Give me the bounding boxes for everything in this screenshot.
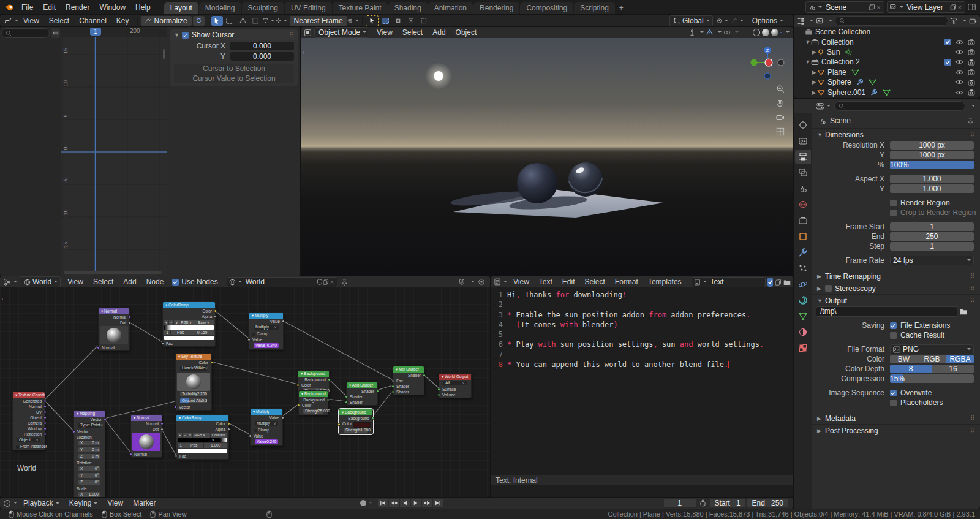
tab-modeling[interactable]: Modeling <box>199 2 241 14</box>
value-slider[interactable]: Value0.240 <box>254 343 279 348</box>
checkbox-file-extensions[interactable] <box>890 322 897 329</box>
checkbox-render-region[interactable] <box>890 200 897 206</box>
navigation-gizmo[interactable]: Z <box>750 47 785 81</box>
properties-tab-output[interactable] <box>795 150 811 164</box>
close-icon[interactable]: × <box>875 4 881 11</box>
color-ramp-bar[interactable] <box>164 325 214 330</box>
collapse-arrow-icon[interactable]: ▼ <box>174 32 179 38</box>
box-select-icon[interactable] <box>224 16 236 26</box>
value-field[interactable]: 1.000 <box>890 175 974 183</box>
node-value-slider[interactable]: Value0.240 <box>251 439 282 445</box>
value-field[interactable]: 1000 px <box>890 141 974 150</box>
timeline-menu-view[interactable]: View <box>102 499 128 507</box>
node-field-x[interactable]: X1.000 <box>74 492 105 497</box>
output-path-field[interactable]: /tmp\ <box>816 306 957 317</box>
value-slider[interactable]: 15% <box>890 374 974 383</box>
ramp-position-row[interactable]: 1Pos1.000 <box>178 443 227 448</box>
show-cursor-panel-header[interactable]: ▼ Show Cursor ⠿ <box>170 29 298 40</box>
node-header[interactable]: ▾ ColorRamp <box>176 415 228 421</box>
properties-tab-particles[interactable] <box>795 262 811 275</box>
editor-type-icon[interactable] <box>816 102 831 110</box>
cursor-value-to-selection-button[interactable]: Cursor Value to Selection <box>174 74 294 83</box>
text-line[interactable]: 7 <box>491 350 793 360</box>
refresh-icon[interactable] <box>193 16 205 26</box>
xray-icon[interactable] <box>723 29 731 36</box>
falloff-curve-icon[interactable] <box>732 16 744 26</box>
socket-out[interactable] <box>43 416 47 419</box>
expand-arrow-icon[interactable]: ▶ <box>811 69 817 75</box>
node-background[interactable]: ▾ BackgroundBackgroundColorStrength1.000 <box>339 409 373 434</box>
screen-layout-icon[interactable] <box>968 3 976 12</box>
view-layer-name[interactable]: View Layer <box>903 3 950 12</box>
field[interactable]: X0° <box>78 466 100 471</box>
node-value-slider[interactable]: Ground Alb0.300 <box>176 398 211 404</box>
topbar-menu-render[interactable]: Render <box>61 3 94 12</box>
tab-animation[interactable]: Animation <box>428 2 473 14</box>
node-field-z[interactable]: Z0° <box>74 480 105 486</box>
node-header[interactable]: ▾ Mix Shader <box>393 366 424 373</box>
socket-out[interactable] <box>328 378 331 381</box>
socket-out[interactable] <box>43 405 47 408</box>
outliner-item-label[interactable]: Scene Collection <box>815 28 870 36</box>
node-field-y[interactable]: Y0 m <box>74 447 105 453</box>
outliner-item-label[interactable]: Collection 2 <box>821 58 860 66</box>
drag-dots-icon[interactable]: ⠿ <box>970 427 975 434</box>
expand-arrow-icon[interactable]: ▶ <box>811 79 817 85</box>
checkbox-placeholders[interactable] <box>890 400 897 406</box>
segment-bw[interactable]: BW <box>890 355 918 363</box>
snap-icon[interactable] <box>347 16 359 26</box>
socket-out[interactable] <box>214 315 217 318</box>
color-swatch-row[interactable]: Color <box>339 421 372 427</box>
dropdown-multiply[interactable]: Multiply∨ <box>254 325 279 330</box>
options-menu[interactable]: Options <box>747 17 788 25</box>
play-icon[interactable] <box>411 499 421 507</box>
value-slider[interactable]: Value0.240 <box>255 439 278 444</box>
properties-tab-tool[interactable] <box>795 118 811 132</box>
topbar-menu-help[interactable]: Help <box>130 3 156 12</box>
socket-out[interactable] <box>376 390 379 393</box>
node-checkbox-from-instancer[interactable]: From Instancer <box>13 444 45 450</box>
outliner-item-label[interactable]: Sphere <box>827 78 851 86</box>
node-dropdown[interactable]: Object:∨ <box>13 438 45 444</box>
text-datablock[interactable]: Text <box>692 277 766 287</box>
text-menu-edit[interactable]: Edit <box>557 278 580 286</box>
socket-in[interactable] <box>345 401 348 404</box>
close-icon[interactable]: × <box>957 4 963 11</box>
breadcrumb-label[interactable]: Scene <box>830 116 851 125</box>
start-frame-field[interactable]: Start 1 <box>710 499 745 507</box>
node-dropdown[interactable]: Type: Point∨ <box>74 423 105 429</box>
outliner-item-label[interactable]: Sun <box>827 48 840 56</box>
properties-tab-world[interactable] <box>795 198 811 211</box>
drag-dots-icon[interactable]: ⠿ <box>970 131 975 138</box>
proportional-edit-icon[interactable] <box>717 16 728 26</box>
topbar-menu-window[interactable]: Window <box>94 3 130 12</box>
ramp-controls[interactable]: +−∨RGB ∨Constant ∨ <box>178 433 227 438</box>
segment-16[interactable]: 16 <box>932 365 974 373</box>
ramp-controls[interactable]: +−∨RGB ∨Ease ∨ <box>164 320 214 325</box>
cursor-to-selection-button[interactable]: Cursor to Selection <box>174 64 294 74</box>
socket-in[interactable] <box>345 395 348 398</box>
checkbox-crop-to-render-region[interactable] <box>890 210 897 216</box>
field[interactable]: Turbidity2.200 <box>180 392 207 396</box>
gizmo-dropdown-icon[interactable] <box>688 29 696 36</box>
socket-in[interactable] <box>391 379 394 382</box>
ortho-grid-icon[interactable] <box>776 127 785 136</box>
shading-solid-icon[interactable] <box>762 29 769 36</box>
node-menu-add[interactable]: Add <box>118 278 141 286</box>
node-menu-select[interactable]: Select <box>88 278 118 286</box>
panel-header-output[interactable]: ▼Output⠿ <box>812 295 980 306</box>
panel-header-stereoscopy[interactable]: ▶Stereoscopy⠿ <box>812 282 980 294</box>
socket-in[interactable] <box>297 404 300 407</box>
text-line[interactable]: 3* Enable the sun position addon from ad… <box>491 310 793 320</box>
socket-in[interactable] <box>249 434 252 438</box>
next-keyframe-icon[interactable] <box>422 499 432 507</box>
field[interactable]: Z0 m <box>78 454 100 459</box>
field[interactable]: Strength1.000 <box>344 428 368 433</box>
node-field-strength[interactable]: Strength1.000 <box>339 428 372 434</box>
viewport-menu-add[interactable]: Add <box>428 28 450 37</box>
node-checkbox-clamp[interactable]: Clamp <box>251 427 282 433</box>
result-color-bar[interactable] <box>164 336 214 340</box>
eye-toggle-icon[interactable] <box>956 39 963 45</box>
text-menu-view[interactable]: View <box>508 278 534 286</box>
node-header[interactable]: ▾ World Output <box>439 374 471 380</box>
